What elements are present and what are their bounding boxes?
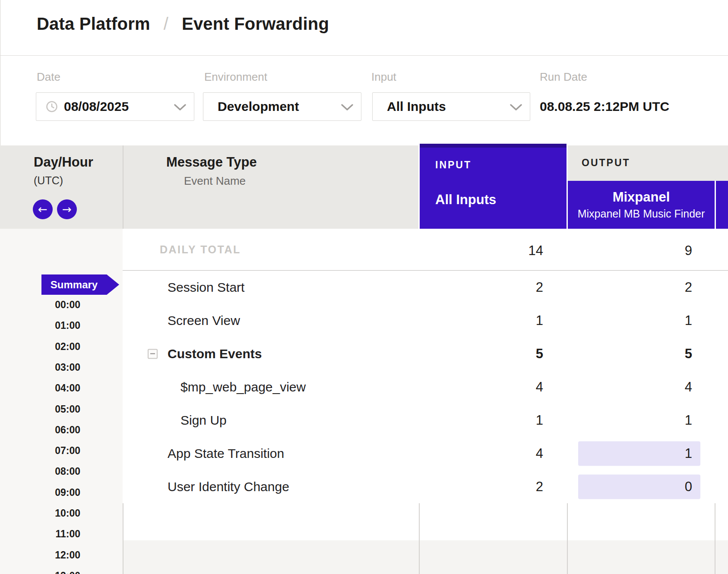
hour-item[interactable]: 02:00 — [0, 341, 101, 353]
table-row: $mp_web_page_view44 — [123, 370, 728, 404]
breadcrumb-separator: / — [150, 14, 182, 33]
hour-item[interactable]: 10:00 — [0, 508, 101, 519]
run-date-label: Run Date — [540, 70, 587, 84]
row-input-value: 5 — [123, 346, 543, 362]
chevron-down-icon — [341, 104, 353, 111]
row-output-value-highlighted: 0 — [578, 474, 700, 499]
hour-item[interactable]: 07:00 — [0, 445, 101, 457]
row-input-value: 4 — [123, 379, 543, 395]
daily-total-input-value: 14 — [123, 243, 543, 259]
table-row: Sign Up11 — [123, 404, 728, 437]
hour-item[interactable]: 06:00 — [0, 424, 101, 436]
row-output-value-highlighted: 1 — [578, 441, 700, 466]
hour-item[interactable]: 00:00 — [0, 299, 101, 311]
chevron-down-icon — [174, 104, 186, 111]
daily-total-row: DAILY TOTAL 14 9 — [123, 229, 728, 270]
input-column-title: All Inputs — [435, 192, 496, 208]
input-column-header: INPUT All Inputs — [418, 144, 568, 229]
hour-item[interactable]: 05:00 — [0, 404, 101, 415]
hour-item[interactable]: 04:00 — [0, 382, 101, 394]
next-output-column-partial — [716, 181, 728, 229]
hour-item[interactable]: 13:00 — [0, 570, 101, 574]
header-divider — [0, 55, 728, 56]
table-row: Screen View11 — [123, 304, 728, 337]
event-forwarding-page: Data Platform/Event Forwarding Date Envi… — [0, 0, 728, 574]
table-bottom-filler — [123, 540, 728, 574]
event-name-subheader: Event Name — [184, 174, 246, 188]
input-column-accent-strip — [420, 144, 567, 148]
hour-item[interactable]: 01:00 — [0, 320, 101, 331]
output-band-label: OUTPUT — [582, 157, 630, 169]
table-row: Custom Events55 — [123, 337, 728, 370]
output-column-title: Mixpanel — [613, 189, 670, 205]
row-output-value: 2 — [567, 280, 692, 295]
hour-item[interactable]: 11:00 — [0, 528, 101, 540]
row-output-value: 5 — [567, 346, 692, 362]
row-output-value: 4 — [567, 379, 692, 395]
chevron-down-icon — [510, 104, 522, 111]
input-dropdown-value: All Inputs — [387, 99, 446, 114]
environment-filter-label: Environment — [204, 70, 267, 84]
output-column-header[interactable]: Mixpanel Mixpanel MB Music Finder — [567, 181, 716, 229]
row-input-value: 1 — [123, 413, 543, 428]
input-dropdown[interactable]: All Inputs — [372, 92, 530, 121]
hour-item[interactable]: 08:00 — [0, 466, 101, 477]
row-output-value: 1 — [567, 313, 692, 328]
environment-dropdown[interactable]: Development — [203, 92, 361, 121]
hour-item[interactable]: 09:00 — [0, 487, 101, 498]
table-row: User Identity Change20 — [123, 470, 728, 503]
table-row: App State Transition41 — [123, 437, 728, 470]
hour-item[interactable]: 03:00 — [0, 362, 101, 373]
row-input-value: 2 — [123, 280, 543, 295]
run-date-value: 08.08.25 2:12PM UTC — [540, 99, 669, 114]
output-column-subtitle: Mixpanel MB Music Finder — [578, 208, 705, 220]
row-input-value: 1 — [123, 313, 543, 328]
message-type-header: Message Type — [166, 155, 257, 170]
row-input-value: 4 — [123, 446, 543, 461]
environment-dropdown-value: Development — [218, 99, 299, 114]
hour-item[interactable]: 12:00 — [0, 549, 101, 561]
row-input-value: 2 — [123, 479, 543, 495]
hour-rail: 00:0001:0002:0003:0004:0005:0006:0007:00… — [0, 0, 101, 574]
input-band-label: INPUT — [435, 159, 472, 171]
row-output-value: 1 — [567, 413, 692, 428]
daily-total-output-value: 9 — [567, 243, 692, 259]
table-row: Session Start22 — [123, 271, 728, 304]
page-title: Event Forwarding — [182, 14, 329, 33]
input-filter-label: Input — [371, 70, 396, 84]
body-rows: Session Start22Screen View11Custom Event… — [123, 271, 728, 503]
